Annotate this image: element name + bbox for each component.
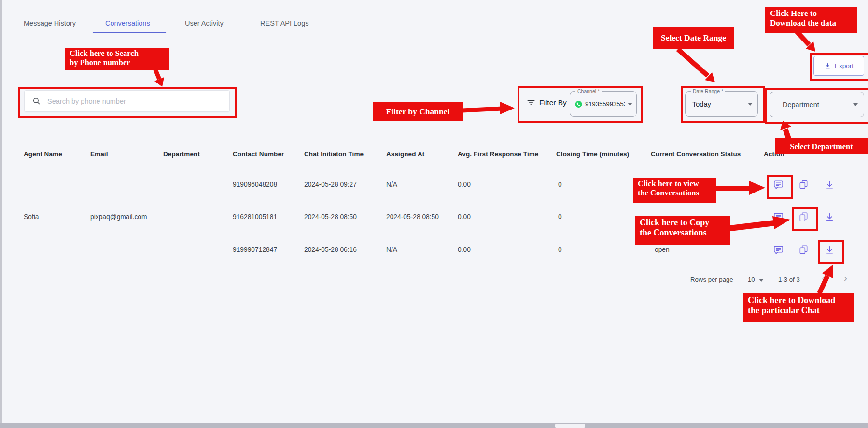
window-left-edge [0, 0, 2, 428]
channel-select[interactable]: Channel * 919355993553... [570, 91, 637, 117]
horizontal-scrollbar[interactable] [0, 423, 868, 428]
active-tab-indicator [93, 32, 166, 33]
rows-per-page-label: Rows per page [690, 276, 733, 283]
chevron-down-icon[interactable] [628, 103, 632, 106]
chevron-down-icon[interactable] [853, 103, 858, 106]
department-select[interactable]: Department [770, 92, 864, 117]
cell-chat-initiation-time: 2024-05-28 09:27 [304, 181, 357, 188]
chevron-down-icon[interactable] [748, 103, 753, 106]
channel-value: 919355993553... [585, 100, 625, 108]
conversations-analytics-screen: Message History Conversations User Activ… [0, 0, 868, 428]
col-assigned-at: Assigned At [386, 151, 424, 158]
col-action: Action [764, 151, 784, 158]
cell-avg-first-response: 0.00 [458, 213, 471, 221]
cell-contact-number: 919990712847 [233, 246, 277, 253]
chevron-down-icon[interactable] [759, 279, 764, 282]
download-chat-icon[interactable] [824, 245, 835, 256]
export-label: Export [835, 62, 854, 69]
cell-chat-initiation-time: 2024-05-28 08:50 [304, 213, 357, 221]
cell-email: pixpaq@gmail.com [90, 213, 147, 221]
callout-filter-channel: Filter by Channel [373, 102, 463, 121]
download-chat-icon[interactable] [824, 179, 835, 191]
callout-select-date-range: Select Date Range [653, 27, 734, 49]
copy-conversation-icon[interactable] [798, 179, 809, 190]
cell-contact-number: 919096048208 [233, 181, 277, 188]
date-range-label: Date Range * [691, 88, 725, 94]
cell-avg-first-response: 0.00 [458, 181, 471, 188]
cell-closing-time: 0 [558, 246, 562, 253]
copy-conversation-icon[interactable] [798, 211, 809, 222]
col-conversation-status: Current Conversation Status [651, 151, 741, 158]
cell-closing-time: 0 [558, 181, 562, 188]
cell-assigned-at: N/A [386, 181, 397, 188]
col-contact-number: Contact Number [233, 151, 284, 158]
col-closing-time: Closing Time (minutes) [556, 151, 629, 158]
download-chat-icon[interactable] [824, 212, 835, 223]
view-conversation-icon[interactable] [773, 244, 784, 255]
tab-rest-api-logs[interactable]: REST API Logs [260, 19, 308, 27]
tab-message-history[interactable]: Message History [24, 19, 76, 27]
callout-select-department: Select Department [775, 138, 868, 154]
search-input[interactable] [46, 97, 222, 106]
arrow-to-search [154, 68, 164, 87]
chevron-right-icon[interactable]: › [844, 272, 847, 284]
date-range-select[interactable]: Date Range * Today [685, 91, 758, 117]
col-avg-first-response: Avg. First Response Time [458, 151, 538, 158]
cell-agent-name: Sofia [24, 213, 39, 221]
download-icon [824, 62, 831, 69]
col-department: Department [163, 151, 200, 158]
filter-by-control[interactable]: Filter By [526, 98, 567, 108]
pagination-range: 1-3 of 3 [778, 276, 800, 283]
rows-per-page-select[interactable]: 10 [748, 276, 755, 283]
date-range-value: Today [692, 100, 711, 108]
tab-conversations[interactable]: Conversations [105, 19, 150, 27]
arrow-to-date-range [678, 49, 715, 82]
col-chat-initiation-time: Chat Initiaton Time [304, 151, 364, 158]
arrow-to-export [796, 30, 815, 52]
table-footer-divider [14, 267, 864, 267]
arrow-to-view-icon [713, 181, 765, 195]
department-value: Department [783, 101, 819, 109]
callout-search-phone: Click here to Searchby Phone number [65, 48, 169, 70]
callout-download-chat: Click here to Downloadthe particular Cha… [743, 293, 854, 322]
search-icon [32, 97, 41, 105]
cell-contact-number: 916281005181 [233, 213, 277, 221]
phone-search-box[interactable] [24, 90, 230, 112]
export-button[interactable]: Export [813, 56, 864, 76]
filter-icon [526, 98, 536, 108]
view-conversation-icon[interactable] [773, 179, 784, 190]
arrow-to-filter-by [462, 102, 515, 114]
col-agent-name: Agent Name [24, 151, 62, 158]
whatsapp-icon [575, 100, 582, 109]
callout-view-conversations: Click here to viewthe Conversations [633, 178, 716, 203]
cell-assigned-at: 2024-05-28 08:50 [386, 213, 439, 221]
copy-conversation-icon[interactable] [798, 244, 809, 255]
col-email: Email [90, 151, 108, 158]
callout-copy-conversations: Click here to Copythe Conversations [635, 216, 730, 245]
cell-chat-initiation-time: 2024-05-28 06:16 [304, 246, 357, 253]
tab-user-activity[interactable]: User Activity [185, 19, 224, 27]
cell-avg-first-response: 0.00 [458, 246, 471, 253]
cell-status: open [655, 246, 670, 253]
view-conversation-icon[interactable] [773, 211, 784, 222]
cell-assigned-at: N/A [386, 246, 397, 253]
arrow-to-department [780, 121, 791, 139]
chevron-left-icon[interactable]: ‹ [822, 272, 825, 284]
scrollbar-thumb[interactable] [555, 424, 585, 428]
filter-by-label: Filter By [539, 98, 567, 107]
callout-download-data: Click Here toDownload the data [765, 7, 857, 33]
cell-closing-time: 0 [558, 213, 562, 221]
channel-label: Channel * [575, 88, 602, 94]
